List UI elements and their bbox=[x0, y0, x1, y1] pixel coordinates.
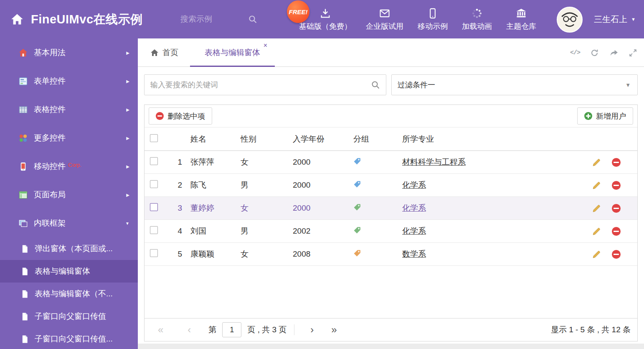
filter-dropdown-value: 过滤条件一 bbox=[392, 80, 625, 90]
sidebar-subitem-grid-edit-window[interactable]: 表格与编辑窗体 bbox=[0, 260, 138, 283]
grid-toolbar: 删除选中项 新增用户 bbox=[145, 105, 637, 127]
delete-icon[interactable] bbox=[612, 158, 621, 167]
avatar[interactable] bbox=[557, 7, 583, 33]
tab-label: 首页 bbox=[162, 47, 178, 58]
page-number-input[interactable] bbox=[222, 322, 241, 337]
column-header-major[interactable]: 所学专业 bbox=[402, 134, 587, 145]
sidebar-item-label: 页面布局 bbox=[34, 189, 66, 200]
delete-icon[interactable] bbox=[612, 204, 621, 213]
major-link[interactable]: 化学系 bbox=[402, 181, 426, 189]
keyword-search-input[interactable] bbox=[145, 81, 371, 89]
pager-last-button[interactable]: » bbox=[331, 325, 337, 335]
delete-icon[interactable] bbox=[612, 250, 621, 259]
sidebar-item-more-controls[interactable]: 更多控件 ▶ bbox=[0, 124, 138, 152]
column-header-gender[interactable]: 性别 bbox=[241, 134, 293, 145]
pager-next-button[interactable]: › bbox=[310, 325, 314, 335]
sidebar-item-page-layout[interactable]: 页面布局 ▶ bbox=[0, 181, 138, 209]
nav-item-label: 移动示例 bbox=[418, 21, 448, 31]
sidebar-item-form-controls[interactable]: 表单控件 ▶ bbox=[0, 67, 138, 95]
row-checkbox[interactable] bbox=[150, 180, 158, 188]
add-user-label: 新增用户 bbox=[596, 111, 626, 121]
major-link[interactable]: 材料科学与工程系 bbox=[402, 158, 466, 166]
table-row[interactable]: 5 康颖颖 女 2008 数学系 bbox=[145, 243, 637, 266]
cell-gender: 女 bbox=[241, 203, 293, 214]
nav-item-theme-repo[interactable]: 主题仓库 bbox=[506, 8, 536, 31]
home-icon[interactable] bbox=[11, 13, 23, 25]
sidebar-item-table-controls[interactable]: 表格控件 ▶ bbox=[0, 95, 138, 124]
nav-item-mobile-demo[interactable]: 移动示例 bbox=[418, 8, 448, 31]
sidebar-subitem-child-to-parent[interactable]: 子窗口向父窗口传值 bbox=[0, 305, 138, 328]
table-row[interactable]: 1 张萍萍 女 2000 材料科学与工程系 bbox=[145, 151, 637, 174]
column-header-group[interactable]: 分组 bbox=[353, 134, 402, 145]
source-code-icon[interactable]: </> bbox=[570, 48, 580, 57]
header-search-input[interactable] bbox=[180, 14, 248, 24]
nav-item-enterprise-trial[interactable]: 企业版试用 bbox=[366, 8, 403, 31]
edit-icon[interactable] bbox=[592, 181, 601, 190]
delete-icon[interactable] bbox=[612, 227, 621, 236]
tab-tools: </> bbox=[570, 38, 637, 67]
edit-icon[interactable] bbox=[592, 158, 601, 167]
envelope-icon bbox=[379, 8, 390, 19]
frame-icon bbox=[18, 219, 28, 228]
delete-selected-button[interactable]: 删除选中项 bbox=[149, 107, 212, 125]
pager-prev-button[interactable]: ‹ bbox=[188, 325, 191, 335]
free-badge: FREE! bbox=[287, 0, 309, 23]
file-icon bbox=[21, 335, 29, 344]
user-menu[interactable]: 三生石上 ▼ bbox=[594, 0, 636, 38]
page: FineUIMvc在线示例 FREE! 基础版（免费） 企业版试用 bbox=[0, 0, 644, 349]
pager-prefix-label: 第 bbox=[208, 324, 216, 335]
column-header-name[interactable]: 姓名 bbox=[182, 134, 241, 145]
row-checkbox[interactable] bbox=[150, 249, 158, 257]
close-icon[interactable]: × bbox=[264, 42, 267, 49]
sidebar-subitem-grid-edit-window-2[interactable]: 表格与编辑窗体（不... bbox=[0, 283, 138, 305]
chevron-right-icon: ▶ bbox=[126, 51, 129, 55]
select-all-checkbox[interactable] bbox=[150, 134, 158, 142]
delete-icon[interactable] bbox=[612, 181, 621, 190]
main-content: 首页 表格与编辑窗体 × </> bbox=[138, 38, 644, 349]
edit-icon[interactable] bbox=[592, 250, 601, 259]
sidebar-item-basic-usage[interactable]: 基本用法 ▶ bbox=[0, 38, 138, 67]
plus-circle-icon bbox=[584, 112, 592, 120]
pager-first-button[interactable]: « bbox=[158, 325, 163, 335]
tab-bar: 首页 表格与编辑窗体 × </> bbox=[138, 38, 644, 67]
sidebar-item-mobile-controls[interactable]: 移动控件 Corp. ▶ bbox=[0, 152, 138, 181]
sidebar-subitem-label: 子窗口向父窗口传值... bbox=[35, 334, 113, 344]
table-row[interactable]: 4 刘国 男 2002 化学系 bbox=[145, 220, 637, 243]
sidebar-item-label: 更多控件 bbox=[34, 132, 66, 143]
major-link[interactable]: 化学系 bbox=[402, 204, 426, 212]
edit-icon[interactable] bbox=[592, 227, 601, 236]
tab-grid-edit-window[interactable]: 表格与编辑窗体 × bbox=[190, 38, 275, 67]
keyword-search-box bbox=[144, 74, 386, 95]
sidebar-subitem-popup-window[interactable]: 弹出窗体（本页面或... bbox=[0, 237, 138, 260]
sidebar-subitem-child-to-parent-2[interactable]: 子窗口向父窗口传值... bbox=[0, 328, 138, 349]
column-header-year[interactable]: 入学年份 bbox=[293, 134, 353, 145]
nav-item-loading-animation[interactable]: 加载动画 bbox=[462, 8, 492, 31]
expand-icon[interactable] bbox=[628, 48, 637, 57]
add-user-button[interactable]: 新增用户 bbox=[577, 107, 633, 125]
layout-icon bbox=[18, 190, 28, 200]
filter-row: 过滤条件一 ▼ bbox=[144, 74, 638, 95]
cell-name: 康颖颖 bbox=[182, 249, 241, 260]
search-icon[interactable] bbox=[371, 80, 380, 89]
row-checkbox[interactable] bbox=[150, 157, 158, 165]
chevron-down-icon: ▼ bbox=[631, 17, 636, 22]
filter-dropdown[interactable]: 过滤条件一 ▼ bbox=[391, 74, 638, 95]
table-row-selected[interactable]: 3 董婷婷 女 2000 化学系 bbox=[145, 197, 637, 220]
row-checkbox[interactable] bbox=[150, 203, 158, 211]
search-icon[interactable] bbox=[248, 15, 257, 24]
sidebar-item-inline-frame[interactable]: 内联框架 ▼ bbox=[0, 209, 138, 237]
chevron-right-icon: ▶ bbox=[126, 107, 129, 112]
pagination-bar: « ‹ 第 页 , 共 3 页 › » 显示 1 - 5 条 , 共 12 条 bbox=[145, 318, 637, 341]
refresh-icon[interactable] bbox=[590, 48, 599, 57]
share-forward-icon[interactable] bbox=[609, 48, 618, 57]
major-link[interactable]: 数学系 bbox=[402, 250, 426, 258]
header-search[interactable] bbox=[180, 11, 267, 28]
tab-home[interactable]: 首页 bbox=[150, 38, 178, 67]
row-checkbox[interactable] bbox=[150, 226, 158, 234]
grid-panel: 删除选中项 新增用户 姓名 性别 入学年份 分组 所学专业 1 bbox=[144, 104, 638, 341]
table-row[interactable]: 2 陈飞 男 2000 化学系 bbox=[145, 174, 637, 197]
edit-icon[interactable] bbox=[592, 204, 601, 213]
minus-circle-icon bbox=[156, 112, 164, 120]
cell-year: 2000 bbox=[293, 158, 353, 167]
major-link[interactable]: 化学系 bbox=[402, 227, 426, 235]
